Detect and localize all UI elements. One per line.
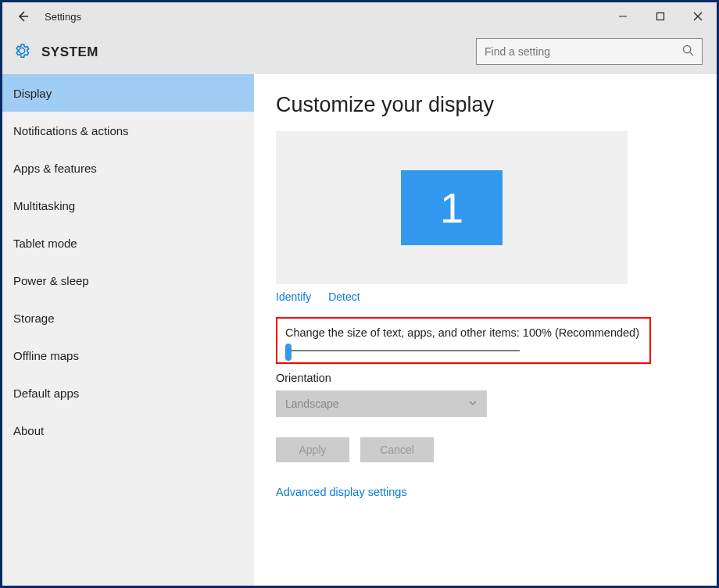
close-icon xyxy=(693,12,703,21)
monitor-number: 1 xyxy=(440,184,463,232)
sidebar-item-label: Notifications & actions xyxy=(13,124,129,137)
sidebar-item-label: Apps & features xyxy=(13,162,97,175)
sidebar-item-multitasking[interactable]: Multitasking xyxy=(2,187,254,224)
sidebar-item-label: About xyxy=(13,424,44,437)
sidebar-item-label: Offline maps xyxy=(13,349,79,362)
sidebar-item-notifications[interactable]: Notifications & actions xyxy=(2,112,254,149)
display-action-links: Identify Detect xyxy=(276,290,695,303)
window-controls xyxy=(604,2,717,30)
scale-setting-highlight: Change the size of text, apps, and other… xyxy=(276,317,651,364)
settings-window: Settings SYSTEM Display Notif xyxy=(0,0,719,588)
gear-icon xyxy=(13,42,30,62)
sidebar-item-power-sleep[interactable]: Power & sleep xyxy=(2,262,254,299)
back-button[interactable] xyxy=(12,5,34,27)
orientation-dropdown[interactable]: Landscape xyxy=(276,390,487,417)
minimize-button[interactable] xyxy=(604,2,642,30)
svg-point-4 xyxy=(683,45,690,52)
slider-thumb[interactable] xyxy=(285,344,292,361)
search-box[interactable] xyxy=(476,38,703,65)
display-preview[interactable]: 1 xyxy=(276,131,628,284)
scale-label: Change the size of text, apps, and other… xyxy=(285,326,642,339)
orientation-value: Landscape xyxy=(285,397,339,410)
svg-line-5 xyxy=(690,52,693,55)
titlebar: Settings xyxy=(2,2,717,30)
sidebar-item-label: Multitasking xyxy=(13,199,75,212)
sidebar-item-label: Display xyxy=(13,87,52,100)
search-input[interactable] xyxy=(485,45,682,58)
monitor-tile-1[interactable]: 1 xyxy=(401,170,503,245)
back-arrow-icon xyxy=(16,9,30,23)
sidebar-item-apps-features[interactable]: Apps & features xyxy=(2,149,254,187)
sidebar-item-offline-maps[interactable]: Offline maps xyxy=(2,337,254,374)
maximize-icon xyxy=(656,12,665,21)
sidebar-item-storage[interactable]: Storage xyxy=(2,299,254,337)
sidebar: Display Notifications & actions Apps & f… xyxy=(2,74,254,586)
chevron-down-icon xyxy=(468,397,478,410)
body: Display Notifications & actions Apps & f… xyxy=(2,74,717,586)
identify-link[interactable]: Identify xyxy=(276,290,311,303)
apply-button-label: Apply xyxy=(299,444,326,456)
slider-track xyxy=(285,350,520,351)
close-button[interactable] xyxy=(679,2,717,30)
sidebar-item-label: Tablet mode xyxy=(13,237,77,250)
scale-slider[interactable] xyxy=(285,350,642,351)
search-icon xyxy=(682,45,694,59)
sidebar-item-tablet-mode[interactable]: Tablet mode xyxy=(2,224,254,262)
sidebar-item-display[interactable]: Display xyxy=(2,74,254,112)
main-content: Customize your display 1 Identify Detect… xyxy=(254,74,717,586)
advanced-display-settings-link[interactable]: Advanced display settings xyxy=(276,486,695,498)
orientation-label: Orientation xyxy=(276,372,695,384)
window-title: Settings xyxy=(45,11,81,23)
page-category-title: SYSTEM xyxy=(41,45,98,60)
header: SYSTEM xyxy=(2,30,717,74)
sidebar-item-label: Power & sleep xyxy=(13,274,89,287)
sidebar-item-about[interactable]: About xyxy=(2,412,254,449)
cancel-button-label: Cancel xyxy=(380,444,414,456)
sidebar-item-default-apps[interactable]: Default apps xyxy=(2,374,254,412)
sidebar-item-label: Default apps xyxy=(13,387,79,400)
detect-link[interactable]: Detect xyxy=(328,290,360,303)
apply-button[interactable]: Apply xyxy=(276,437,349,462)
sidebar-item-label: Storage xyxy=(13,312,55,325)
maximize-button[interactable] xyxy=(642,2,679,30)
minimize-icon xyxy=(618,12,628,21)
svg-rect-1 xyxy=(657,13,664,20)
page-title: Customize your display xyxy=(276,93,695,117)
cancel-button[interactable]: Cancel xyxy=(360,437,434,462)
apply-cancel-row: Apply Cancel xyxy=(276,437,695,462)
